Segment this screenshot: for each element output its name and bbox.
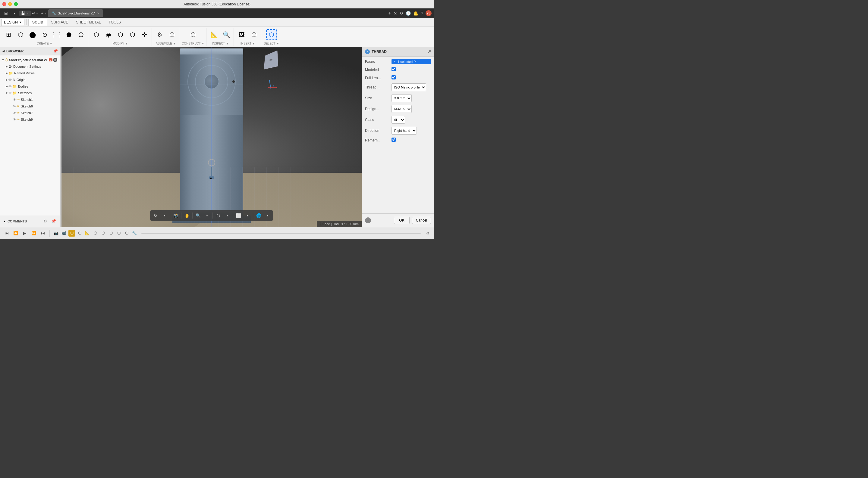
- maximize-button[interactable]: [14, 2, 18, 6]
- revolve-btn[interactable]: ⬤: [27, 29, 38, 40]
- class-select[interactable]: 6H: [392, 116, 405, 124]
- chevron-icon[interactable]: ▼: [11, 10, 18, 17]
- timeline-progress-bar[interactable]: [141, 233, 421, 234]
- tree-item-sketches[interactable]: ▼ 👁 📁 Sketches: [0, 90, 60, 96]
- orbit-dropdown[interactable]: ▼: [160, 211, 169, 220]
- eye-origin[interactable]: 👁: [8, 78, 12, 81]
- size-select[interactable]: 3.0 mm: [392, 94, 412, 102]
- comments-collapse-btn[interactable]: ▲: [3, 220, 6, 223]
- environment-btn[interactable]: 🌐: [254, 211, 263, 220]
- sidebar-pin-btn[interactable]: 📌: [53, 49, 58, 53]
- new-component-btn[interactable]: ⊞: [3, 29, 14, 40]
- tab-solid[interactable]: SOLID: [28, 19, 47, 26]
- user-avatar[interactable]: YL: [426, 10, 432, 16]
- orbit-btn[interactable]: ↻: [151, 211, 160, 220]
- eye-sketch9[interactable]: 👁: [13, 118, 16, 121]
- loft-btn[interactable]: ⬠: [75, 29, 86, 40]
- undo-icon[interactable]: ↩: [32, 11, 35, 15]
- skip-end-btn[interactable]: ⏭: [39, 230, 46, 237]
- chamfer-btn[interactable]: ⬡: [115, 29, 126, 40]
- thread-type-value[interactable]: ISO Metric profile: [392, 83, 431, 91]
- thread-expand-btn[interactable]: ⤢: [427, 49, 431, 55]
- skip-start-btn[interactable]: ⏮: [3, 230, 10, 237]
- bell-icon[interactable]: 🔔: [413, 11, 418, 15]
- direction-select[interactable]: Right hand: [392, 127, 417, 135]
- ok-button[interactable]: OK: [394, 217, 409, 224]
- insert-more-btn[interactable]: ⬡: [248, 29, 259, 40]
- refresh-icon[interactable]: ↻: [400, 11, 403, 15]
- cancel-button[interactable]: Cancel: [412, 217, 431, 224]
- eye-bodies[interactable]: 👁: [8, 84, 12, 88]
- tree-item-root[interactable]: ▼ ⬡ SideProjectBaseFinal v1 Y ⚙: [0, 57, 60, 63]
- play-btn[interactable]: ▶: [21, 230, 28, 237]
- move-btn[interactable]: ✛: [139, 29, 150, 40]
- remember-checkbox[interactable]: [392, 138, 396, 142]
- next-btn[interactable]: ⏩: [30, 230, 37, 237]
- clear-selection-btn[interactable]: ✕: [414, 60, 416, 64]
- class-value[interactable]: 6H: [392, 116, 431, 124]
- tab-close-button[interactable]: ✕: [97, 12, 99, 15]
- create-more-btn[interactable]: ⬟: [63, 29, 74, 40]
- tree-item-bodies[interactable]: ▶ 👁 📁 Bodies: [0, 83, 60, 90]
- comment-pin-btn[interactable]: 📌: [50, 218, 57, 225]
- tab-surface[interactable]: SURFACE: [47, 19, 72, 26]
- assemble-more-btn[interactable]: ⬡: [166, 29, 177, 40]
- insert-btn[interactable]: 🖼: [236, 29, 247, 40]
- construct-btn[interactable]: ⬡: [188, 29, 198, 40]
- manipulator-sphere[interactable]: [208, 159, 215, 166]
- timeline-icon-6[interactable]: ⬡: [92, 230, 98, 237]
- shell-btn[interactable]: ⬡: [127, 29, 138, 40]
- close-button[interactable]: [2, 2, 6, 6]
- timeline-icon-5[interactable]: 📐: [84, 230, 91, 237]
- save-icon[interactable]: 💾: [21, 11, 25, 15]
- tree-item-sketch1[interactable]: 👁 ✏ Sketch1: [0, 96, 60, 103]
- designation-value[interactable]: M3x0.5: [392, 105, 431, 113]
- timeline-icon-7[interactable]: ⬡: [100, 230, 106, 237]
- joint-btn[interactable]: ⚙: [154, 29, 165, 40]
- window-controls[interactable]: [2, 2, 18, 6]
- eye-sketch1[interactable]: 👁: [13, 98, 16, 101]
- pattern-btn[interactable]: ⋮⋮: [51, 29, 62, 40]
- undo-dropdown[interactable]: ▼: [36, 12, 38, 15]
- info-icon[interactable]: i: [365, 217, 371, 224]
- remember-value[interactable]: [392, 138, 431, 143]
- zoom-btn[interactable]: 🔍: [194, 211, 202, 220]
- minimize-button[interactable]: [8, 2, 12, 6]
- eye-sketch7[interactable]: 👁: [13, 111, 16, 115]
- view-cube-container[interactable]: TOP Z X: [262, 52, 283, 89]
- extrude-btn[interactable]: ⬡: [15, 29, 26, 40]
- timeline-icon-2[interactable]: 📹: [61, 230, 67, 237]
- visual-dropdown[interactable]: ▼: [243, 211, 252, 220]
- help-icon[interactable]: ?: [421, 11, 423, 15]
- full-length-value[interactable]: [392, 75, 431, 80]
- prev-btn[interactable]: ⏪: [12, 230, 19, 237]
- tree-item-sketch7[interactable]: 👁 ✏ Sketch7: [0, 109, 60, 116]
- display-dropdown[interactable]: ▼: [223, 211, 231, 220]
- fillet-btn[interactable]: ◉: [103, 29, 114, 40]
- select-btn[interactable]: ⬡: [266, 29, 277, 40]
- hole-btn[interactable]: ⊙: [39, 29, 50, 40]
- thread-type-select[interactable]: ISO Metric profile: [392, 83, 426, 91]
- cube-face-top[interactable]: TOP: [264, 50, 278, 69]
- timeline-icon-1[interactable]: 📷: [53, 230, 59, 237]
- faces-value[interactable]: ↖ 1 selected ✕: [392, 59, 431, 64]
- close-tab-x-button[interactable]: ✕: [394, 11, 397, 15]
- add-tab-button[interactable]: +: [388, 10, 392, 16]
- timeline-icon-3[interactable]: ⬡: [68, 230, 75, 237]
- grid-icon[interactable]: ⊞: [2, 10, 10, 17]
- tree-item-origin[interactable]: ▶ 👁 ⊕ Origin: [0, 76, 60, 83]
- timeline-icon-9[interactable]: ⬡: [116, 230, 122, 237]
- full-length-checkbox[interactable]: [392, 75, 396, 79]
- press-pull-btn[interactable]: ⬡: [91, 29, 101, 40]
- pan-btn[interactable]: ✋: [183, 211, 191, 220]
- timeline-settings-btn[interactable]: ⚙: [424, 230, 431, 237]
- redo-dropdown[interactable]: ▼: [44, 12, 47, 15]
- look-btn[interactable]: 📸: [172, 211, 180, 220]
- designation-select[interactable]: M3x0.5: [392, 105, 412, 113]
- timeline-icon-8[interactable]: ⬡: [107, 230, 114, 237]
- inspect-more-btn[interactable]: 🔍: [221, 29, 232, 40]
- viewport[interactable]: ▼ TOP Z X ↻ ▼: [61, 47, 362, 227]
- tab-active[interactable]: 🔧 SideProjectBaseFinal v1* ✕: [48, 9, 103, 17]
- tree-item-sketch6[interactable]: 👁 ✏ Sketch6: [0, 103, 60, 109]
- timeline-icon-11[interactable]: 🔧: [131, 230, 138, 237]
